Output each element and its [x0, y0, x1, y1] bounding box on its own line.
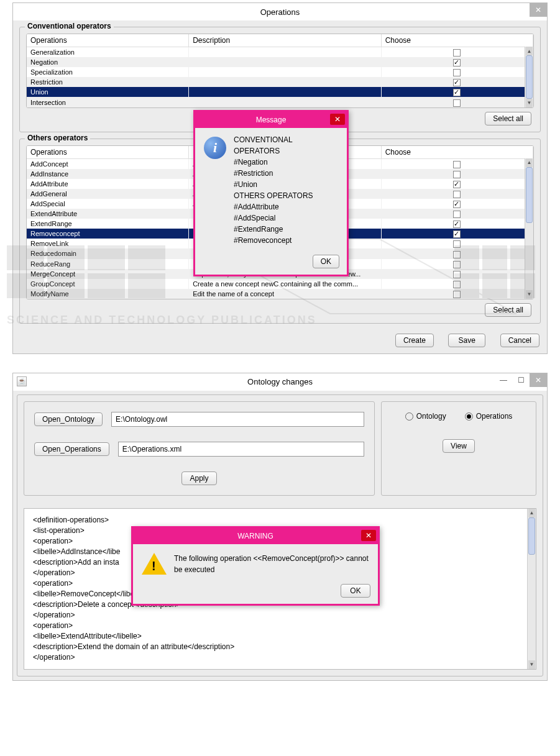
- col-operations[interactable]: Operations: [27, 146, 189, 159]
- table-row[interactable]: ModifyNameEdit the name of a concept: [27, 289, 533, 299]
- scroll-up-icon[interactable]: ▲: [526, 158, 533, 167]
- apply-button[interactable]: Apply: [181, 471, 216, 485]
- cell-operation: Removeconcept: [27, 229, 189, 239]
- close-icon: ✕: [365, 531, 372, 540]
- scroll-down-icon[interactable]: ▼: [526, 99, 533, 107]
- col-operations[interactable]: Operations: [27, 34, 189, 47]
- cell-description: [189, 97, 382, 107]
- col-choose[interactable]: Choose: [381, 34, 533, 47]
- ok-button[interactable]: OK: [341, 584, 370, 598]
- checkbox[interactable]: [453, 171, 461, 178]
- save-button[interactable]: Save: [448, 334, 485, 347]
- checkbox[interactable]: [453, 59, 461, 66]
- cell-choose: [381, 239, 533, 248]
- table-row[interactable]: Specialization: [27, 67, 533, 77]
- checkbox[interactable]: [453, 211, 461, 218]
- col-description[interactable]: Description: [189, 34, 382, 47]
- checkbox[interactable]: [453, 181, 461, 188]
- scroll-thumb[interactable]: [526, 167, 533, 223]
- table-row[interactable]: Intersection: [27, 97, 533, 107]
- message-line: #Restriction: [234, 168, 338, 179]
- ok-button[interactable]: OK: [313, 255, 339, 268]
- cell-operation: Reducedomain: [27, 248, 189, 258]
- minimize-button[interactable]: —: [495, 373, 512, 387]
- scrollbar[interactable]: ▲ ▼: [525, 47, 533, 107]
- checkbox[interactable]: [453, 291, 461, 298]
- open-operations-button[interactable]: Open_Operations: [34, 442, 109, 456]
- cell-description: Edit the name of a concept: [189, 289, 382, 299]
- info-icon: i: [204, 137, 226, 159]
- table-row[interactable]: Negation: [27, 57, 533, 67]
- checkbox[interactable]: [453, 201, 461, 208]
- table-row[interactable]: Restriction: [27, 77, 533, 87]
- checkbox[interactable]: [453, 221, 461, 228]
- scroll-up-icon[interactable]: ▲: [526, 47, 533, 55]
- view-button[interactable]: View: [443, 439, 475, 453]
- table-row[interactable]: Generalization: [27, 47, 533, 58]
- cell-description: [189, 87, 382, 97]
- checkbox[interactable]: [453, 230, 461, 238]
- dialog-close-button[interactable]: ✕: [330, 114, 345, 125]
- cell-choose: [381, 67, 533, 77]
- xml-line: <operation>: [33, 621, 527, 631]
- scroll-thumb[interactable]: [528, 517, 535, 555]
- cell-operation: MergeConcept: [27, 269, 189, 279]
- maximize-button[interactable]: ☐: [512, 373, 530, 387]
- xml-line: <description>Extend the domain of an att…: [33, 642, 527, 652]
- scrollbar[interactable]: ▲ ▼: [525, 158, 533, 299]
- cell-choose: [381, 199, 533, 209]
- cell-choose: [381, 158, 533, 169]
- select-all-button[interactable]: Select all: [485, 112, 531, 125]
- dialog-titlebar: Message ✕: [195, 112, 347, 128]
- cell-operation: ModifyName: [27, 289, 189, 299]
- checkbox[interactable]: [453, 49, 461, 57]
- radio-operations[interactable]: Operations: [465, 412, 513, 421]
- cell-choose: [381, 219, 533, 229]
- message-line: #ExtendRange: [234, 224, 338, 235]
- scroll-down-icon[interactable]: ▼: [528, 660, 535, 669]
- titlebar: ☕ Ontology changes — ☐ ✕: [13, 373, 547, 391]
- operations-path-input[interactable]: [118, 442, 364, 457]
- table-row[interactable]: GroupConceptCreate a new concept newC co…: [27, 279, 533, 289]
- xml-line: </operation>: [33, 652, 527, 663]
- col-choose[interactable]: Choose: [381, 146, 533, 159]
- scroll-down-icon[interactable]: ▼: [526, 290, 533, 299]
- ontology-path-input[interactable]: [111, 412, 364, 427]
- checkbox[interactable]: [453, 161, 461, 168]
- bottom-buttons: Create Save Cancel: [13, 330, 547, 353]
- table-row[interactable]: Union: [27, 87, 533, 97]
- checkbox[interactable]: [453, 271, 461, 278]
- open-ontology-button[interactable]: Open_Ontology: [34, 412, 103, 426]
- close-button[interactable]: ✕: [530, 373, 547, 387]
- cell-operation: GroupConcept: [27, 279, 189, 289]
- cell-operation: Restriction: [27, 77, 189, 87]
- cell-operation: RemoveLink: [27, 239, 189, 248]
- cell-choose: [381, 259, 533, 269]
- dialog-title: WARNING: [237, 532, 273, 540]
- dialog-close-button[interactable]: ✕: [361, 530, 376, 541]
- radio-icon: [465, 412, 473, 421]
- checkbox[interactable]: [453, 99, 461, 107]
- checkbox[interactable]: [453, 69, 461, 76]
- create-button[interactable]: Create: [395, 334, 434, 347]
- checkbox[interactable]: [453, 240, 461, 248]
- checkbox[interactable]: [453, 89, 461, 96]
- cell-choose: [381, 279, 533, 289]
- cell-operation: Negation: [27, 57, 189, 67]
- close-button[interactable]: ✕: [530, 3, 547, 17]
- checkbox[interactable]: [453, 191, 461, 198]
- scroll-thumb[interactable]: [526, 55, 533, 99]
- xml-line: <definition-operations>: [33, 515, 527, 526]
- radio-ontology[interactable]: Ontology: [405, 412, 446, 421]
- scroll-up-icon[interactable]: ▲: [528, 509, 535, 517]
- scrollbar[interactable]: ▲ ▼: [527, 509, 536, 669]
- cell-operation: ExtendRange: [27, 219, 189, 229]
- checkbox[interactable]: [453, 251, 461, 258]
- checkbox[interactable]: [453, 79, 461, 86]
- cancel-button[interactable]: Cancel: [500, 334, 539, 347]
- checkbox[interactable]: [453, 281, 461, 288]
- checkbox[interactable]: [453, 261, 461, 268]
- cell-choose: [381, 77, 533, 87]
- cell-choose: [381, 248, 533, 258]
- select-all-button[interactable]: Select all: [485, 303, 531, 317]
